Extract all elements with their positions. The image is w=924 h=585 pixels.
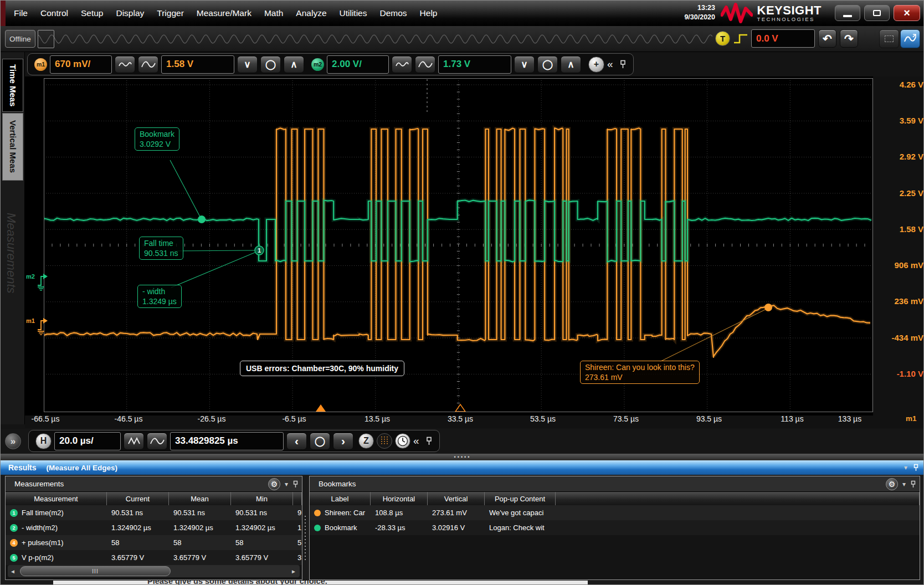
m2-scale-field[interactable]: 2.00 V/ (327, 55, 389, 74)
col-measurement[interactable]: Measurement (6, 492, 107, 505)
m1-ground-marker[interactable]: m1 (26, 317, 48, 335)
m1-offset-up-button[interactable]: ∧ (284, 56, 304, 73)
panel-resize-grip[interactable] (304, 516, 307, 560)
m2-offset-zero-button[interactable]: ◯ (537, 56, 558, 73)
channel-m2-badge[interactable]: m2 (311, 58, 324, 71)
add-channel-button[interactable]: + (588, 57, 604, 73)
position-left-button[interactable]: ‹ (286, 433, 307, 450)
neg-width-annotation[interactable]: - width 1.3249 µs (137, 285, 182, 308)
col-vertical[interactable]: Vertical (428, 492, 485, 505)
close-icon: × (904, 7, 910, 19)
timebase-scale-field[interactable]: 20.0 µs/ (54, 432, 121, 450)
fall-time-annotation[interactable]: Fall time 90.531 ns (139, 237, 183, 260)
m1-offset-down-button[interactable]: ∨ (237, 56, 258, 73)
usb-errors-annotation[interactable]: USB errors: Chamber=30C, 90% humidity (240, 361, 404, 376)
collapse-toolbar-button[interactable]: « (607, 58, 613, 70)
redo-icon: ↷ (844, 32, 854, 45)
pin-icon[interactable] (619, 60, 627, 69)
chevron-down-icon[interactable]: ▾ (904, 464, 907, 471)
menu-file[interactable]: File (14, 8, 28, 18)
chevron-down-icon[interactable]: ▾ (902, 480, 906, 488)
menu-display[interactable]: Display (116, 8, 144, 18)
table-row[interactable]: 4+ pulses(m1) 58 58 58 5 (6, 535, 302, 550)
undo-button[interactable]: ↶ (818, 29, 836, 48)
menu-demos[interactable]: Demos (379, 8, 407, 18)
col-current[interactable]: Current (107, 492, 169, 505)
m1-offset-field[interactable]: 1.58 V (161, 55, 234, 74)
trigger-toolbar: Offline T 0.0 V ↶ ↷ (1, 26, 924, 52)
shireen-annotation[interactable]: Shireen: Can you look into this? 273.61 … (580, 361, 700, 384)
trigger-level-field[interactable]: 0.0 V (751, 29, 815, 48)
menu-setup[interactable]: Setup (81, 8, 104, 18)
bookmark-annotation[interactable]: Bookmark 3.0292 V (135, 127, 179, 151)
scroll-left-icon[interactable]: ◄ (8, 568, 18, 574)
zoom-badge-button[interactable]: Z (358, 433, 374, 449)
maximize-button[interactable] (864, 5, 890, 21)
col-horizontal[interactable]: Horizontal (371, 492, 428, 505)
trigger-controls: T 0.0 V ↶ ↷ (715, 29, 858, 48)
horizontal-position-field[interactable]: 33.4829825 µs (170, 432, 284, 450)
bookmarks-panel-header: Bookmarks ⚙ ▾ (310, 476, 920, 491)
table-row[interactable]: Bookmark -28.33 µs 3.02916 V Logan: Chec… (310, 520, 920, 535)
pin-icon[interactable] (425, 437, 433, 445)
menu-measure-mark[interactable]: Measure/Mark (197, 8, 251, 18)
m2-scale-increase-button[interactable] (415, 56, 435, 73)
waveform-fit-button[interactable] (900, 29, 920, 48)
col-label[interactable]: Label (310, 492, 371, 505)
scrollbar-thumb[interactable]: III (20, 566, 171, 576)
m1-scale-increase-button[interactable] (138, 56, 158, 73)
m2-offset-field[interactable]: 1.73 V (438, 55, 511, 74)
col-min[interactable]: Min (231, 492, 293, 505)
chevron-down-icon[interactable]: ▾ (285, 480, 288, 488)
channel-m1-badge[interactable]: m1 (34, 58, 47, 71)
waveform-preview-box[interactable] (38, 30, 54, 48)
horizontal-scrollbar[interactable]: ◄ III ► (8, 565, 300, 577)
menu-trigger[interactable]: Trigger (157, 8, 184, 18)
expand-sidebar-button[interactable]: » (5, 433, 21, 449)
m2-scale-decrease-button[interactable] (392, 56, 412, 73)
col-popup-content[interactable]: Pop-up Content (485, 492, 556, 505)
pin-icon[interactable] (913, 464, 919, 471)
table-row[interactable]: 2- width(m2) 1.324902 µs 1.324902 µs 1.3… (6, 520, 302, 535)
horizontal-badge[interactable]: H (35, 433, 52, 449)
tab-vertical-meas[interactable]: Vertical Meas (2, 113, 23, 181)
gear-icon[interactable]: ⚙ (268, 478, 280, 490)
menu-control[interactable]: Control (40, 8, 68, 18)
trigger-source-badge[interactable]: T (715, 31, 730, 46)
menu-math[interactable]: Math (264, 8, 283, 18)
region-select-button[interactable] (879, 29, 899, 48)
m2-offset-down-button[interactable]: ∨ (514, 56, 535, 73)
position-zero-button[interactable]: ◯ (310, 433, 330, 450)
redo-button[interactable]: ↷ (840, 29, 858, 48)
menu-analyze[interactable]: Analyze (296, 8, 326, 18)
timebase-zoom-out-button[interactable] (124, 433, 144, 450)
pin-icon[interactable] (292, 480, 299, 488)
channel-controls-group: m1 670 mV/ 1.58 V ∨ ◯ ∧ m2 2.00 V/ 1.73 … (27, 53, 634, 75)
m2-ground-marker[interactable]: m2 (26, 273, 48, 291)
large-wave-icon (418, 60, 433, 69)
segmented-memory-button[interactable] (377, 433, 392, 449)
menu-help[interactable]: Help (420, 8, 438, 18)
minimize-button[interactable] (835, 5, 860, 21)
scroll-right-icon[interactable]: ► (289, 568, 299, 574)
acquisition-clock-button[interactable] (395, 433, 410, 449)
m2-offset-up-button[interactable]: ∧ (561, 56, 581, 73)
position-right-button[interactable]: › (333, 433, 353, 450)
m1-offset-zero-button[interactable]: ◯ (260, 56, 281, 73)
collapse-toolbar-button[interactable]: « (413, 435, 419, 447)
offline-button[interactable]: Offline (5, 30, 35, 48)
table-row[interactable]: 1Fall time(m2) 90.531 ns 90.531 ns 90.53… (6, 505, 302, 520)
m1-scale-field[interactable]: 670 mV/ (50, 55, 112, 74)
gear-icon[interactable]: ⚙ (886, 478, 898, 490)
panel-splitter[interactable]: ••••• (1, 454, 924, 460)
chevron-up-icon: ∧ (290, 59, 297, 70)
col-mean[interactable]: Mean (169, 492, 231, 505)
close-button[interactable]: × (894, 5, 920, 21)
timebase-zoom-in-button[interactable] (147, 433, 167, 450)
table-row[interactable]: 5V p-p(m2) 3.65779 V 3.65779 V 3.65779 V… (6, 550, 302, 565)
menu-utilities[interactable]: Utilities (340, 8, 367, 18)
tab-time-meas[interactable]: Time Meas (2, 59, 23, 112)
table-row[interactable]: Shireen: Car 108.8 µs 273.61 mV We've go… (310, 505, 920, 520)
m1-scale-decrease-button[interactable] (115, 56, 135, 73)
pin-icon[interactable] (910, 480, 916, 488)
